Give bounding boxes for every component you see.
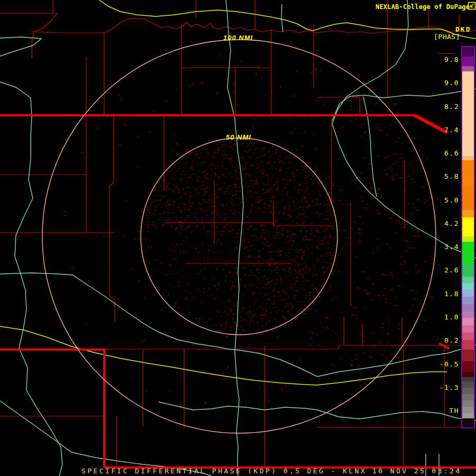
colorbar-tick-label: 1.8 <box>426 290 459 298</box>
brand-title: NEXLAB-College of DuPage <box>376 3 470 11</box>
colorbar-segment <box>462 340 474 350</box>
colorbar-tick-label: 4.2 <box>426 219 459 227</box>
colorbar-tick-label: -0.5 <box>426 360 459 368</box>
colorbar-segment <box>462 400 474 407</box>
colorbar-segment <box>462 361 474 372</box>
colorbar-tick-label: -1.3 <box>426 383 459 391</box>
colorbar-segment <box>462 160 474 187</box>
colorbar-segment <box>462 210 474 217</box>
colorbar-segment <box>462 325 474 333</box>
colorbar-tick-label: 1.0 <box>426 313 459 321</box>
county-boundaries <box>0 0 476 469</box>
colorbar-segment <box>462 283 474 289</box>
box-arrow-icon <box>468 2 476 12</box>
colorbar-tick-label: 6.6 <box>426 149 459 157</box>
range-rings <box>42 40 436 433</box>
colorbar-segment <box>462 236 474 242</box>
range-ring-50nmi-label: 50 NMI <box>226 133 251 141</box>
radar-map-canvas <box>0 0 476 476</box>
colorbar-segment <box>462 304 474 312</box>
colorbar-segment <box>462 372 474 377</box>
colorbar-segment <box>462 57 474 66</box>
range-ring-100nmi-label: 100 NMI <box>223 34 253 42</box>
colorbar-segment <box>462 277 474 283</box>
colorbar-segment <box>462 187 474 210</box>
river-lines <box>0 0 476 476</box>
colorbar-segment <box>462 394 474 400</box>
colorbar <box>461 46 475 428</box>
phase-units-label: [PHAS] <box>434 33 460 41</box>
product-code-label: DKD <box>455 25 471 33</box>
colorbar-segment <box>462 413 474 418</box>
radar-display: NEXLAB-College of DuPage DKD [PHAS] 100 … <box>0 0 476 476</box>
range-ring-100nmi <box>42 40 436 433</box>
colorbar-segment <box>462 407 474 413</box>
colorbar-segment <box>462 217 474 236</box>
product-status-text: SPECIFIC DIFFERENTIAL PHASE (KDP) 0.5 DE… <box>81 467 462 475</box>
colorbar-segment <box>462 333 474 340</box>
colorbar-segment <box>462 242 474 264</box>
colorbar-segment <box>462 388 474 394</box>
range-ring-50nmi <box>141 138 337 335</box>
colorbar-segment <box>462 318 474 325</box>
colorbar-segment <box>462 264 474 277</box>
colorbar-tick-label: 5.0 <box>426 196 459 204</box>
colorbar-segment <box>462 156 474 160</box>
colorbar-segment <box>462 297 474 304</box>
colorbar-segment <box>462 71 474 156</box>
colorbar-segment <box>462 66 474 71</box>
colorbar-tick-label: 8.2 <box>426 103 459 111</box>
colorbar-tick-label: 5.8 <box>426 172 459 180</box>
colorbar-tick-label: 9.8 <box>426 56 459 63</box>
colorbar-tick-label: 9.0 <box>426 79 459 87</box>
colorbar-tick-label: 2.6 <box>426 266 459 274</box>
colorbar-tick-label: 0.2 <box>426 336 459 344</box>
colorbar-segments <box>462 47 474 427</box>
colorbar-tick-label: 7.4 <box>426 126 459 134</box>
colorbar-segment <box>462 381 474 388</box>
colorbar-segment <box>462 418 474 427</box>
colorbar-segment <box>462 289 474 297</box>
colorbar-segment <box>462 47 474 57</box>
colorbar-segment <box>462 377 474 381</box>
colorbar-segment <box>462 312 474 318</box>
colorbar-tick-label: TH <box>426 407 459 415</box>
colorbar-tick-label: 3.4 <box>426 243 459 251</box>
colorbar-segment <box>462 350 474 361</box>
radar-noise-speckles <box>63 52 444 405</box>
